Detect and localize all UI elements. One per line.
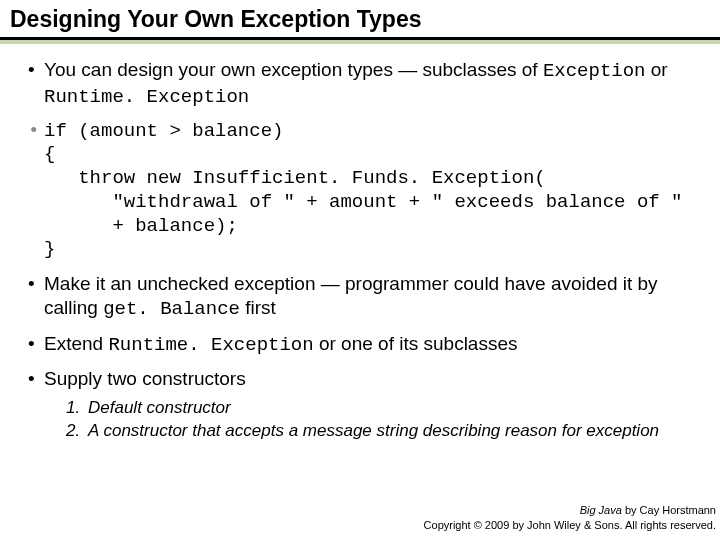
bullet-3: Make it an unchecked exception — program…	[24, 272, 696, 322]
bullet-list: You can design your own exception types …	[24, 58, 696, 443]
bullet-1-text-b: or	[646, 59, 668, 80]
slide-content: You can design your own exception types …	[0, 40, 720, 443]
header-underline	[0, 40, 720, 44]
sub-1-num: 1.	[66, 397, 80, 420]
sub-2-num: 2.	[66, 420, 80, 443]
slide-title: Designing Your Own Exception Types	[10, 6, 710, 33]
bullet-1-code-2: Runtime. Exception	[44, 86, 249, 108]
sub-list: 1.Default constructor 2.A constructor th…	[44, 397, 696, 443]
sub-1-text: Default constructor	[88, 398, 231, 417]
bullet-4-code: Runtime. Exception	[108, 334, 313, 356]
footer-author: by Cay Horstmann	[622, 504, 716, 516]
footer: Big Java by Cay Horstmann Copyright © 20…	[424, 503, 716, 532]
bullet-1-code-1: Exception	[543, 60, 646, 82]
slide-header: Designing Your Own Exception Types	[0, 0, 720, 40]
sub-item-2: 2.A constructor that accepts a message s…	[66, 420, 696, 443]
footer-line-1: Big Java by Cay Horstmann	[424, 503, 716, 517]
bullet-1: You can design your own exception types …	[24, 58, 696, 110]
bullet-4-text-a: Extend	[44, 333, 108, 354]
bullet-3-text-b: first	[240, 297, 276, 318]
bullet-5-text: Supply two constructors	[44, 368, 246, 389]
bullet-1-text-a: You can design your own exception types …	[44, 59, 543, 80]
sub-item-1: 1.Default constructor	[66, 397, 696, 420]
sub-2-text: A constructor that accepts a message str…	[88, 421, 659, 440]
bullet-4-text-b: or one of its subclasses	[314, 333, 518, 354]
bullet-code: if (amount > balance) { throw new Insuff…	[24, 120, 696, 263]
book-title: Big Java	[580, 504, 622, 516]
bullet-3-code: get. Balance	[103, 298, 240, 320]
bullet-5: Supply two constructors 1.Default constr…	[24, 367, 696, 443]
bullet-4: Extend Runtime. Exception or one of its …	[24, 332, 696, 358]
footer-copyright: Copyright © 2009 by John Wiley & Sons. A…	[424, 518, 716, 532]
